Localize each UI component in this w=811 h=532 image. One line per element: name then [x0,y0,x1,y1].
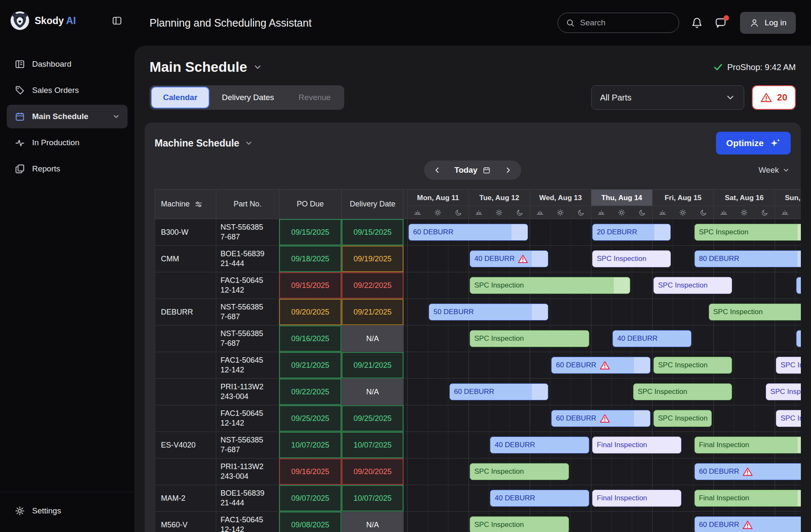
sidebar: Skody AI Dashboard Sales Orders Main Sch… [0,0,134,532]
gantt-bar[interactable]: SPC Inspection [653,277,732,294]
gantt-bar[interactable]: 60 DEBURR [449,383,549,400]
gantt-bar[interactable]: 60 DEBURR [694,516,801,532]
dashboard-icon [14,59,25,70]
gantt-bar[interactable]: SPC Inspection [633,383,732,400]
messages-button[interactable] [712,14,729,31]
chevron-down-icon [725,92,735,103]
gantt-bar[interactable]: SPC Inspection [592,250,671,267]
sidebar-item-dashboard[interactable]: Dashboard [7,52,128,76]
bar-progress-tail [797,251,801,267]
gantt-bar[interactable]: SPC Inspection [470,277,630,294]
gantt-bar[interactable]: 50 DEBURR [429,304,548,320]
gantt-bar[interactable]: 80 DEBURR [694,250,801,267]
po-due-cell: 09/15/2025 [279,272,342,299]
gantt-bar[interactable]: 20 DEBURR [592,224,671,241]
day-column: Wed, Aug 13 [530,190,591,219]
gantt-bar[interactable]: 60 DEBURR [694,463,801,480]
gantt-bar[interactable]: 60 DEBURR [408,224,528,241]
tab-calendar[interactable]: Calendar [152,87,209,108]
next-week-button[interactable] [498,164,518,176]
machine-cell: B300-W [155,219,216,245]
bar-progress-tail [532,304,548,320]
filter-sliders-icon[interactable] [194,200,203,209]
page-title-dropdown[interactable]: Main Schedule [150,59,262,75]
range-value: Week [759,166,779,175]
sidebar-toggle-button[interactable] [110,14,124,28]
shift-row [591,206,652,219]
brand-name: Skody AI [35,15,76,27]
sidebar-item-reports[interactable]: Reports [7,157,128,181]
gantt-bar[interactable]: Final Inspection [592,437,681,453]
parts-filter-select[interactable]: All Parts [591,85,744,110]
date-navigator-row: Today Week [144,160,801,180]
gantt-bar[interactable]: 60 DEBURR [551,410,650,427]
search-input[interactable] [580,18,683,27]
login-button[interactable]: Log in [740,12,796,34]
sales-tag-icon [14,85,25,96]
gantt-bar[interactable]: SPC Inspection [694,224,801,241]
gantt-bar[interactable]: 10 DEBURR [796,330,801,347]
range-select[interactable]: Week [759,166,790,175]
today-button[interactable]: Today [451,166,495,175]
gantt-bar[interactable]: 60 DEBURR [551,357,650,374]
warning-triangle-icon [600,414,610,423]
app-title: Planning and Scheduling Assistant [150,17,312,29]
bar-progress-tail [532,384,548,400]
gantt-bar[interactable]: SPC Inspection [776,357,801,374]
part-no-cell: NST-556385 7-687 [216,432,279,458]
alerts-badge[interactable]: 20 [752,85,796,110]
table-row: FAC1-50645 12-14209/21/202509/21/202560 … [155,352,801,379]
machine-cell: CMM [155,246,216,272]
tab-revenue[interactable]: Revenue [287,87,342,108]
gantt-bar[interactable]: SPC Inspection [653,357,732,374]
gantt-bar-label: Final Inspection [699,494,749,502]
po-due-cell: 09/07/2025 [279,485,342,511]
gantt-bar[interactable]: SPC Inspection [653,410,712,427]
prev-week-button[interactable] [427,164,447,176]
table-row: ES-V4020NST-556385 7-68710/07/202510/07/… [155,432,801,459]
gantt-bar[interactable]: SPC Inspection [470,330,589,347]
gantt-bar[interactable]: SPC Inspection [766,383,801,400]
gantt-bar[interactable]: Final Inspection [694,490,801,507]
sidebar-item-in-production[interactable]: In Production [7,131,128,155]
optimize-button[interactable]: Optimize [716,132,791,155]
gantt-bar[interactable]: SPC Inspection [470,516,569,532]
topbar: Planning and Scheduling Assistant Log in [134,0,811,46]
po-due-cell: 09/21/2025 [279,352,342,378]
gantt-bar[interactable]: 40 DEBURR [490,437,589,453]
search-box[interactable] [558,13,679,33]
gantt-bar[interactable]: 40 DEBURR [612,330,691,347]
warning-triangle-icon [743,467,753,476]
gantt-bar-label: SPC Inspection [597,255,646,263]
gantt-bar[interactable]: DEBURR [796,277,801,294]
col-header-po-due: PO Due [279,190,342,219]
gantt-bar[interactable]: SPC Inspection [709,304,801,320]
gantt-bar-label: 60 DEBURR [699,521,739,529]
brand-logo-icon [10,11,30,30]
gantt-bar-label: 60 DEBURR [699,467,739,476]
gantt-bar-label: 40 DEBURR [495,441,535,449]
sidebar-item-sales-orders[interactable]: Sales Orders [7,79,128,102]
sparkles-icon [770,138,781,149]
today-label: Today [454,166,478,175]
sidebar-item-settings[interactable]: Settings [7,499,128,523]
part-no-cell: FAC1-50645 12-142 [216,352,279,378]
gantt-bar[interactable]: 40 DEBURR [470,250,548,267]
gantt-bar[interactable]: SPC Inspection [776,410,801,427]
notifications-button[interactable] [689,14,705,31]
sunrise-icon [469,206,489,219]
gantt-bar[interactable]: SPC Inspection [470,463,569,480]
machine-cell [155,326,216,352]
gantt-bar[interactable]: Final Inspection [694,437,801,453]
sidebar-item-label: Sales Orders [32,86,79,95]
sidebar-item-label: In Production [32,138,79,147]
gantt-row: 50 DEBURRSPC Inspection [404,299,801,325]
schedule-title-dropdown[interactable]: Machine Schedule [155,138,253,149]
po-due-cell: 09/25/2025 [279,405,342,432]
sidebar-item-main-schedule[interactable]: Main Schedule [7,105,128,128]
optimize-label: Optimize [726,138,764,148]
login-label: Log in [765,18,787,27]
gantt-bar[interactable]: 40 DEBURR [490,490,589,507]
tab-delivery-dates[interactable]: Delivery Dates [210,87,286,108]
gantt-bar[interactable]: Final Inspection [592,490,681,507]
